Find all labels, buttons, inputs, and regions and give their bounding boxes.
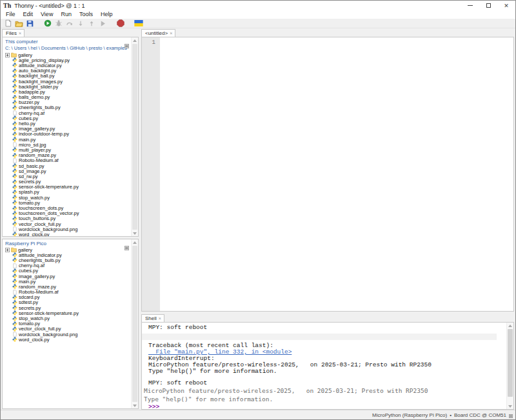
pico-scrollbar[interactable] <box>131 239 138 408</box>
step-into-button[interactable] <box>76 19 85 28</box>
editor-column: <untitled> × 1 Shell × MPY: soft rebootT… <box>141 28 515 410</box>
expander-plus-icon[interactable] <box>5 53 10 57</box>
pico-tree: galleryattitude_indicator.pycheerlights_… <box>3 246 138 342</box>
main-area: Files × This computer C: \ Users \ hel \… <box>1 28 515 410</box>
scroll-up-icon[interactable] <box>132 37 138 43</box>
thonny-app-icon: Th <box>3 3 11 9</box>
maximize-icon <box>486 3 491 8</box>
panel-menu-icon[interactable] <box>124 241 129 253</box>
folder-icon <box>11 52 17 57</box>
python-file-icon <box>12 257 17 263</box>
run-script-button[interactable] <box>43 19 52 28</box>
plain-file-icon <box>12 332 17 337</box>
maximize-button[interactable] <box>479 1 497 10</box>
python-file-icon <box>12 232 17 237</box>
python-file-icon <box>12 168 17 174</box>
python-file-icon <box>12 274 17 279</box>
step-over-icon <box>66 20 74 27</box>
python-file-icon <box>12 121 17 126</box>
window-controls: ✕ <box>461 1 515 10</box>
step-out-icon <box>88 20 95 27</box>
tree-row[interactable]: word_clock.py <box>5 232 129 237</box>
port-status[interactable]: Board CDC @ COM51 <box>454 412 506 418</box>
files-tab-label: Files <box>6 30 17 36</box>
code-area[interactable] <box>160 37 513 311</box>
tab-close-icon[interactable]: × <box>159 316 161 321</box>
scroll-down-icon[interactable] <box>132 403 138 408</box>
tab-untitled[interactable]: <untitled> × <box>141 29 175 37</box>
open-file-button[interactable] <box>14 19 23 28</box>
python-file-icon <box>12 300 17 305</box>
backend-menu-icon[interactable] <box>509 409 513 420</box>
python-file-icon <box>12 190 17 195</box>
scroll-down-icon[interactable] <box>132 230 138 236</box>
resume-button[interactable] <box>98 19 107 28</box>
menu-tools[interactable]: Tools <box>75 10 97 19</box>
minimize-button[interactable] <box>461 1 479 10</box>
files-scrollbar[interactable] <box>131 37 138 236</box>
save-file-button[interactable] <box>25 19 34 28</box>
python-file-icon <box>12 147 17 152</box>
python-file-icon <box>12 326 17 332</box>
pico-label[interactable]: Raspberry Pi Pico <box>5 241 46 246</box>
python-file-icon <box>12 284 17 289</box>
window-title: Thonny - <untitled> @ 1 : 1 <box>14 3 84 9</box>
debug-script-button[interactable] <box>54 19 63 28</box>
breadcrumb[interactable]: C: \ Users \ hel \ Documents \ GitHub \ … <box>3 45 138 52</box>
shell-line: MPY: soft reboot <box>142 380 504 386</box>
status-bar: MicroPython (Raspberry Pi Pico) • Board … <box>1 410 515 419</box>
scroll-down-icon[interactable] <box>507 403 513 409</box>
python-file-icon <box>12 137 17 142</box>
line-number: 1 <box>142 39 155 46</box>
minimize-icon <box>468 5 473 6</box>
code-editor[interactable]: 1 <box>141 37 514 312</box>
scrollbar-thumb[interactable] <box>508 329 513 397</box>
plain-file-icon <box>12 110 17 115</box>
tab-files[interactable]: Files × <box>2 29 25 37</box>
expander-plus-icon[interactable] <box>5 248 10 252</box>
files-column: Files × This computer C: \ Users \ hel \… <box>1 28 139 410</box>
step-over-button[interactable] <box>65 19 74 28</box>
step-out-button[interactable] <box>87 19 96 28</box>
scroll-up-icon[interactable] <box>132 239 138 245</box>
tab-close-icon[interactable]: × <box>19 31 21 35</box>
python-file-icon <box>12 200 17 205</box>
this-computer-panel: This computer C: \ Users \ hel \ Documen… <box>2 37 139 237</box>
close-button[interactable]: ✕ <box>497 1 515 10</box>
shell-scrollbar[interactable] <box>506 323 513 409</box>
plain-file-icon <box>12 158 17 163</box>
ukraine-flag-button[interactable] <box>134 19 143 28</box>
menu-run[interactable]: Run <box>57 10 75 19</box>
open-file-icon <box>15 20 23 27</box>
scrollbar-thumb[interactable] <box>132 44 137 230</box>
line-number-gutter: 1 <box>142 37 160 311</box>
python-file-icon <box>12 132 17 137</box>
shell-line: >>> <box>142 403 504 410</box>
python-file-icon <box>12 105 17 110</box>
menu-view[interactable]: View <box>37 10 57 19</box>
shell-panel[interactable]: MPY: soft rebootTraceback (most recent c… <box>141 322 514 410</box>
shell-tab-label: Shell <box>145 315 157 321</box>
scrollbar-thumb[interactable] <box>132 246 137 402</box>
python-file-icon <box>12 337 17 342</box>
this-computer-label[interactable]: This computer <box>5 39 38 45</box>
shell-content: MPY: soft rebootTraceback (most recent c… <box>142 323 513 410</box>
tree-row[interactable]: word_clock.py <box>5 337 129 342</box>
new-file-icon <box>5 19 12 27</box>
shell-line: MPY: soft reboot <box>142 325 504 331</box>
shell-line: Type "help()" for more information. <box>142 395 504 403</box>
stop-restart-button[interactable] <box>116 19 125 28</box>
tab-close-icon[interactable]: × <box>170 31 172 35</box>
scroll-up-icon[interactable] <box>507 323 513 328</box>
menu-edit[interactable]: Edit <box>19 10 37 19</box>
menu-file[interactable]: File <box>2 10 19 19</box>
panel-menu-icon[interactable] <box>124 39 129 51</box>
python-file-icon <box>12 211 17 216</box>
tab-shell[interactable]: Shell × <box>141 314 164 322</box>
python-file-icon <box>12 195 17 200</box>
this-computer-tree: galleryagile_pricing_display.pyattitude_… <box>3 52 138 237</box>
files-tab-row: Files × <box>2 28 139 37</box>
interpreter-status[interactable]: MicroPython (Raspberry Pi Pico) <box>372 412 447 418</box>
menu-help[interactable]: Help <box>97 10 117 19</box>
new-file-button[interactable] <box>3 19 12 28</box>
